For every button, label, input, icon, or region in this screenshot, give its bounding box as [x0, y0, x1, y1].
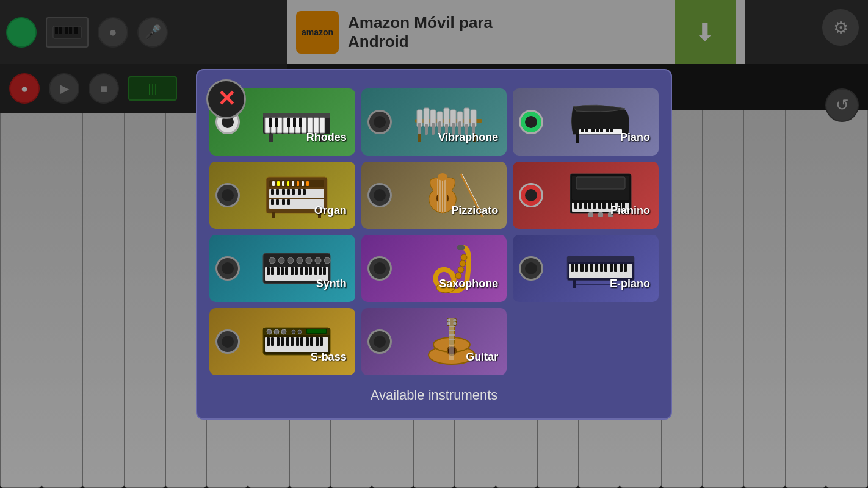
svg-rect-94 — [588, 203, 591, 209]
guitar-image: Guitar — [397, 317, 501, 366]
organ-label: Organ — [314, 204, 347, 217]
svg-rect-10 — [277, 118, 282, 133]
saxophone-image: Saxophone — [397, 244, 501, 293]
svg-rect-141 — [595, 264, 598, 272]
svg-rect-72 — [303, 189, 306, 195]
svg-rect-57 — [272, 181, 275, 186]
svg-rect-37 — [432, 123, 435, 135]
instruments-grid: Rhodes — [209, 88, 659, 375]
svg-rect-18 — [269, 118, 272, 127]
svg-point-156 — [292, 330, 295, 334]
svg-rect-131 — [457, 245, 465, 250]
svg-rect-71 — [298, 189, 301, 195]
epiano-image: E-piano — [548, 244, 653, 293]
svg-point-112 — [324, 257, 330, 264]
svg-point-127 — [461, 254, 467, 260]
instrument-card-guitar[interactable]: Guitar — [361, 308, 507, 375]
radio-pianino[interactable] — [519, 183, 543, 207]
svg-rect-77 — [287, 199, 290, 205]
svg-rect-119 — [291, 267, 294, 275]
svg-point-107 — [278, 257, 284, 264]
instrument-card-sbass[interactable]: S-bass — [209, 308, 355, 375]
svg-rect-36 — [425, 124, 428, 135]
svg-rect-162 — [271, 337, 274, 346]
close-icon: ✕ — [217, 88, 236, 110]
svg-rect-124 — [314, 267, 317, 275]
instrument-card-pianino[interactable]: Pianino — [513, 162, 659, 229]
svg-rect-19 — [275, 118, 278, 127]
svg-point-157 — [298, 330, 302, 334]
svg-rect-52 — [606, 129, 609, 132]
svg-rect-95 — [593, 203, 596, 209]
epiano-label: E-piano — [610, 278, 650, 290]
radio-vibraphone[interactable] — [367, 110, 392, 134]
instrument-modal: ✕ — [196, 69, 672, 420]
vibraphone-image: Vibraphone — [397, 98, 501, 146]
radio-pizzicato[interactable] — [367, 183, 392, 207]
svg-point-129 — [458, 267, 464, 273]
instrument-card-organ[interactable]: Organ — [209, 162, 355, 229]
svg-rect-136 — [571, 264, 574, 272]
svg-rect-169 — [306, 337, 309, 346]
rhodes-image: Rhodes — [245, 98, 349, 146]
svg-point-111 — [315, 257, 321, 264]
radio-saxophone[interactable] — [367, 256, 392, 281]
radio-epiano[interactable] — [519, 256, 543, 281]
svg-rect-23 — [269, 134, 273, 142]
pianino-image: Pianino — [548, 171, 653, 220]
svg-rect-103 — [598, 212, 603, 217]
svg-rect-51 — [600, 129, 603, 132]
svg-rect-164 — [281, 337, 284, 346]
svg-rect-102 — [588, 212, 593, 217]
instrument-card-synth[interactable]: Synth — [209, 235, 355, 302]
instrument-card-epiano[interactable]: E-piano — [513, 235, 659, 302]
svg-rect-97 — [602, 203, 606, 209]
svg-point-109 — [297, 257, 303, 264]
radio-synth[interactable] — [215, 256, 240, 281]
svg-rect-165 — [286, 337, 289, 346]
svg-rect-53 — [610, 129, 613, 132]
svg-rect-139 — [585, 264, 588, 272]
svg-rect-115 — [271, 267, 274, 275]
piano-label: Piano — [620, 131, 650, 144]
instrument-card-piano[interactable]: Piano — [513, 88, 659, 156]
svg-point-108 — [288, 257, 294, 264]
svg-point-128 — [460, 260, 466, 267]
pizzicato-image: Pizzicato — [397, 171, 501, 220]
svg-rect-67 — [276, 189, 279, 195]
svg-rect-142 — [600, 264, 603, 272]
pizzicato-label: Pizzicato — [451, 204, 498, 217]
svg-rect-76 — [282, 199, 285, 205]
svg-rect-50 — [596, 129, 599, 132]
svg-rect-69 — [287, 189, 290, 195]
svg-rect-171 — [316, 337, 319, 346]
svg-rect-78 — [272, 212, 275, 218]
instrument-card-vibraphone[interactable]: Vibraphone — [361, 88, 507, 156]
svg-rect-118 — [285, 267, 288, 275]
svg-rect-21 — [293, 118, 296, 127]
radio-guitar[interactable] — [367, 329, 392, 354]
instrument-card-pizzicato[interactable]: Pizzicato — [361, 162, 507, 229]
svg-rect-48 — [585, 129, 588, 132]
rhodes-label: Rhodes — [306, 131, 347, 144]
guitar-label: Guitar — [466, 351, 498, 364]
svg-rect-75 — [276, 199, 279, 205]
close-button[interactable]: ✕ — [206, 79, 246, 119]
radio-piano[interactable] — [519, 110, 543, 134]
svg-rect-166 — [291, 337, 294, 346]
svg-rect-47 — [581, 129, 584, 132]
svg-rect-59 — [282, 181, 284, 186]
radio-organ[interactable] — [215, 183, 240, 207]
svg-rect-125 — [319, 267, 322, 275]
radio-sbass[interactable] — [215, 329, 240, 354]
modal-overlay: ✕ — [0, 0, 868, 488]
pianino-label: Pianino — [610, 204, 650, 217]
svg-rect-60 — [287, 181, 289, 186]
instrument-card-saxophone[interactable]: Saxophone — [361, 235, 507, 302]
svg-rect-138 — [580, 264, 584, 272]
svg-rect-170 — [310, 337, 313, 346]
svg-point-177 — [447, 346, 456, 355]
svg-rect-58 — [277, 181, 280, 186]
svg-rect-146 — [620, 264, 623, 272]
piano-image: Piano — [548, 98, 653, 146]
